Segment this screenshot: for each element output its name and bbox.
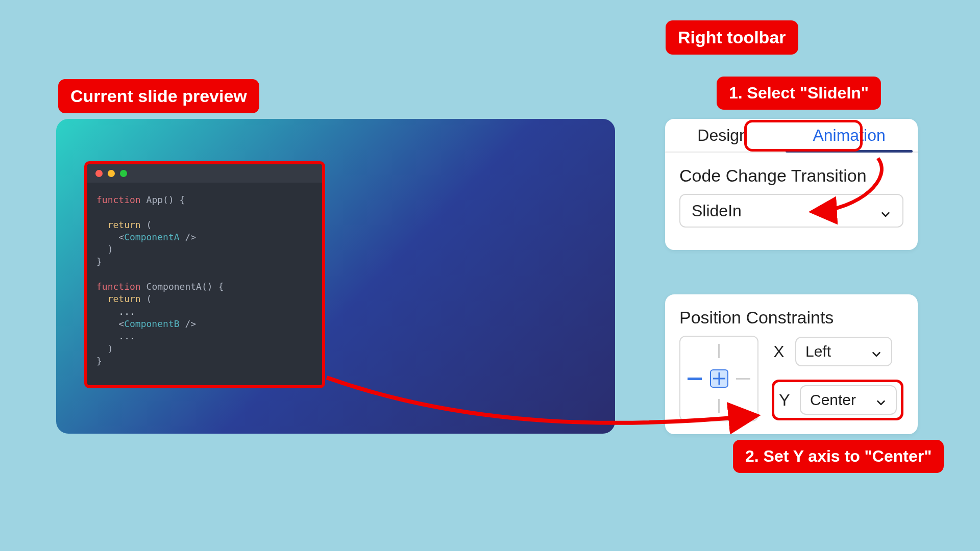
- code-titlebar: [87, 164, 322, 183]
- chevron-down-icon: [875, 394, 887, 406]
- chevron-down-icon: [880, 205, 891, 216]
- anchor-tick: [736, 378, 750, 380]
- anchor-tick: [718, 344, 720, 358]
- code-window[interactable]: function App() { return ( <ComponentA />…: [84, 161, 325, 388]
- anchor-tick: [718, 399, 720, 413]
- anchor-center-icon: [710, 369, 728, 388]
- constraint-row-x: X Left: [772, 337, 903, 366]
- panel-code-change-transition: Design Animation Code Change Transition …: [665, 119, 918, 250]
- panel-tabbar: Design Animation: [665, 119, 918, 153]
- callout-text: 2. Set Y axis to "Center": [745, 447, 932, 465]
- callout-slide-preview: Current slide preview: [58, 79, 259, 113]
- tab-design[interactable]: Design: [665, 119, 780, 152]
- constraint-anchor-grid[interactable]: [679, 336, 758, 421]
- code-body: function App() { return ( <ComponentA />…: [87, 183, 322, 385]
- section-title: Position Constraints: [665, 294, 918, 336]
- slide-preview-canvas: function App() { return ( <ComponentA />…: [56, 119, 615, 434]
- select-value: SlideIn: [692, 202, 742, 220]
- tab-label: Animation: [813, 126, 885, 145]
- select-value: Left: [805, 343, 831, 360]
- section-title: Code Change Transition: [665, 153, 918, 194]
- axis-label: X: [772, 342, 786, 361]
- constraint-x-select[interactable]: Left: [795, 337, 892, 366]
- callout-right-toolbar: Right toolbar: [666, 20, 798, 55]
- callout-step-2: 2. Set Y axis to "Center": [733, 440, 944, 473]
- panel-position-constraints: Position Constraints X Left Y: [665, 294, 918, 434]
- chevron-down-icon: [871, 346, 882, 357]
- axis-label: Y: [778, 391, 791, 410]
- callout-step-1: 1. Select "SlideIn": [717, 77, 881, 110]
- callout-text: 1. Select "SlideIn": [729, 84, 869, 102]
- tab-animation[interactable]: Animation: [780, 119, 918, 152]
- transition-select[interactable]: SlideIn: [679, 194, 903, 228]
- anchor-tick-active: [688, 378, 702, 380]
- minimize-icon[interactable]: [108, 170, 115, 177]
- callout-text: Current slide preview: [70, 86, 247, 106]
- zoom-icon[interactable]: [120, 170, 127, 177]
- constraint-row-y: Y Center: [772, 380, 903, 420]
- constraint-y-select[interactable]: Center: [800, 385, 897, 415]
- callout-text: Right toolbar: [678, 28, 786, 47]
- tab-label: Design: [697, 126, 748, 145]
- select-value: Center: [810, 391, 856, 409]
- close-icon[interactable]: [95, 170, 103, 177]
